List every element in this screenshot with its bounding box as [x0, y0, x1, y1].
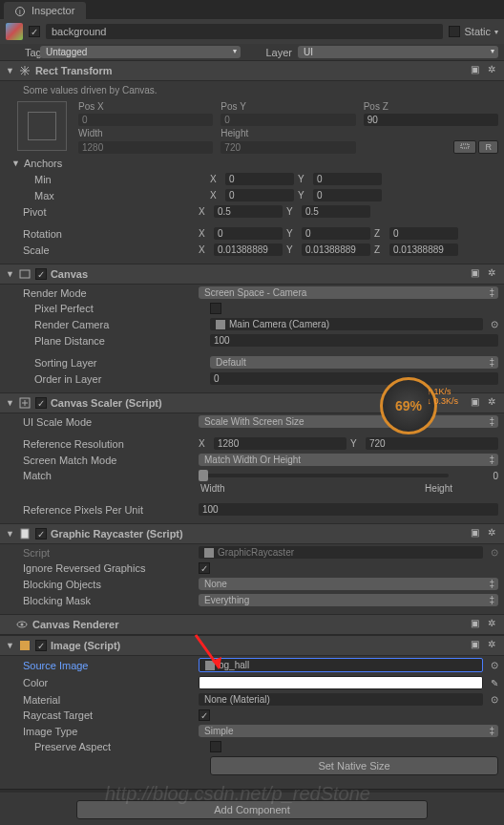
settings-icon[interactable]: ✲	[485, 618, 498, 631]
max-y-input[interactable]	[313, 189, 382, 201]
object-picker-icon[interactable]: ⊙	[491, 660, 498, 670]
pivot-y-input[interactable]	[302, 205, 370, 218]
blocking-mask-dropdown[interactable]: Everything	[199, 594, 498, 606]
object-picker-icon: ⊙	[491, 547, 498, 558]
ui-scale-mode-dropdown[interactable]: Scale With Screen Size	[199, 415, 498, 428]
set-native-size-button[interactable]: Set Native Size	[210, 756, 498, 775]
help-icon[interactable]: ▣	[468, 639, 481, 652]
object-picker-icon[interactable]: ⊙	[491, 319, 498, 329]
rot-x-input[interactable]	[214, 227, 283, 240]
anchor-preset-button[interactable]	[17, 101, 67, 151]
settings-icon[interactable]: ✲	[485, 639, 498, 652]
add-component-button[interactable]: Add Component	[76, 800, 428, 819]
download-progress-overlay: 69%	[380, 377, 437, 434]
component-enabled-checkbox[interactable]	[35, 268, 47, 280]
gameobject-icon[interactable]	[6, 23, 23, 40]
image-type-dropdown[interactable]: Simple	[199, 725, 498, 737]
info-icon: i	[15, 7, 25, 16]
help-icon[interactable]: ▣	[468, 396, 481, 410]
settings-icon[interactable]: ✲	[485, 267, 498, 281]
blocking-objects-label: Blocking Objects	[23, 579, 195, 590]
preserve-aspect-checkbox[interactable]	[210, 741, 221, 752]
match-slider[interactable]	[199, 474, 449, 477]
min-x-input[interactable]	[225, 173, 294, 185]
section-title: Canvas	[51, 268, 464, 280]
color-label: Color	[23, 677, 195, 688]
pixel-perfect-label: Pixel Perfect	[34, 303, 206, 314]
help-icon[interactable]: ▣	[468, 64, 481, 77]
canvas-header: ▼ Canvas ▣ ✲	[0, 264, 504, 285]
settings-icon[interactable]: ✲	[485, 64, 498, 77]
image-header: ▼ Image (Script) ▣ ✲	[0, 635, 504, 656]
color-field[interactable]	[199, 676, 483, 689]
scale-z-input[interactable]	[389, 243, 458, 256]
sorting-layer-dropdown[interactable]: Default	[210, 356, 498, 369]
plane-distance-label: Plane Distance	[34, 335, 206, 347]
component-enabled-checkbox[interactable]	[35, 397, 47, 409]
eyedropper-icon[interactable]: ✎	[491, 678, 498, 688]
gameobject-name-input[interactable]	[46, 24, 443, 39]
foldout-icon[interactable]: ▼	[6, 398, 14, 408]
svg-rect-2	[461, 144, 469, 148]
tab-bar: i Inspector	[0, 0, 504, 19]
divider	[0, 789, 504, 793]
rot-z-input[interactable]	[389, 227, 458, 240]
raycast-target-checkbox[interactable]	[199, 709, 210, 721]
foldout-icon[interactable]: ▼	[6, 529, 14, 539]
render-camera-field[interactable]: Main Camera (Camera)	[210, 318, 483, 330]
static-checkbox[interactable]	[449, 26, 460, 37]
slider-height-label: Height	[425, 483, 452, 494]
pixel-perfect-checkbox[interactable]	[210, 303, 221, 314]
foldout-icon[interactable]: ▼	[6, 66, 14, 75]
foldout-icon[interactable]: ▼	[6, 641, 14, 650]
min-y-input[interactable]	[313, 173, 382, 185]
settings-icon[interactable]: ✲	[485, 396, 498, 410]
blueprint-button[interactable]	[453, 140, 476, 154]
layer-dropdown[interactable]: UI	[298, 46, 498, 58]
ignore-reversed-checkbox[interactable]	[199, 562, 210, 574]
component-enabled-checkbox[interactable]	[35, 640, 47, 651]
foldout-icon[interactable]: ▼	[6, 269, 14, 279]
canvas-icon	[18, 267, 32, 281]
active-checkbox[interactable]	[29, 26, 40, 37]
image-icon	[18, 639, 32, 652]
pivot-label: Pivot	[23, 206, 195, 218]
blocking-objects-dropdown[interactable]: None	[199, 578, 498, 590]
ref-res-x-input[interactable]	[214, 437, 346, 450]
object-picker-icon[interactable]: ⊙	[491, 694, 498, 705]
inspector-tab[interactable]: i Inspector	[4, 2, 86, 19]
help-icon[interactable]: ▣	[468, 267, 481, 281]
material-field[interactable]: None (Material)	[199, 693, 483, 706]
ref-res-y-input[interactable]	[366, 437, 498, 450]
svg-rect-8	[20, 641, 30, 650]
rot-y-input[interactable]	[302, 227, 370, 240]
material-label: Material	[23, 694, 195, 706]
component-enabled-checkbox[interactable]	[35, 528, 47, 539]
plane-distance-input[interactable]	[210, 334, 498, 347]
raw-edit-button[interactable]: R	[478, 140, 498, 154]
help-icon[interactable]: ▣	[468, 527, 481, 540]
scale-x-input[interactable]	[214, 243, 283, 256]
graphic-raycaster-header: ▼ Graphic Raycaster (Script) ▣ ✲	[0, 523, 504, 544]
static-dropdown-icon[interactable]: ▾	[494, 28, 498, 36]
order-in-layer-input[interactable]	[210, 372, 498, 385]
posz-input[interactable]	[364, 114, 498, 126]
match-mode-dropdown[interactable]: Match Width Or Height	[199, 454, 498, 466]
source-image-field[interactable]: bg_hall	[199, 658, 483, 672]
help-icon[interactable]: ▣	[468, 618, 481, 631]
svg-rect-3	[20, 270, 30, 278]
settings-icon[interactable]: ✲	[485, 527, 498, 540]
section-title: Rect Transform	[35, 65, 464, 76]
scale-y-input[interactable]	[302, 243, 370, 256]
max-x-input[interactable]	[225, 189, 294, 201]
tag-dropdown[interactable]: Untagged	[40, 46, 241, 58]
static-toggle[interactable]: Static ▾	[449, 26, 498, 37]
pivot-x-input[interactable]	[214, 205, 283, 218]
anchors-foldout[interactable]: ▼	[11, 159, 20, 168]
ref-pixels-label: Reference Pixels Per Unit	[23, 504, 195, 516]
tag-layer-row: Tag Untagged Layer UI	[0, 44, 504, 60]
svg-rect-5	[21, 529, 29, 539]
ref-pixels-input[interactable]	[199, 503, 498, 516]
render-mode-dropdown[interactable]: Screen Space - Camera	[199, 286, 498, 299]
blocking-mask-label: Blocking Mask	[23, 595, 195, 606]
